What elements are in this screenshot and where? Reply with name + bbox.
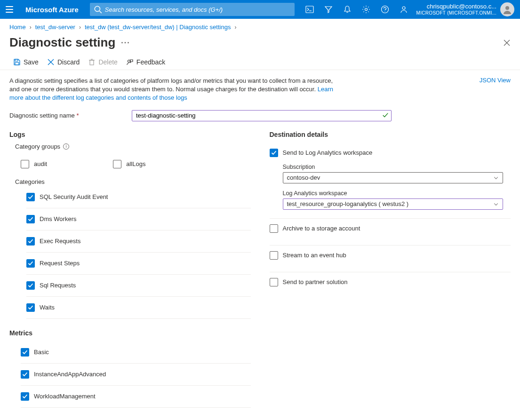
checkbox[interactable] bbox=[21, 160, 29, 168]
menu-toggle[interactable] bbox=[4, 4, 15, 15]
cat-sql-requests[interactable]: Sql Requests bbox=[26, 275, 251, 297]
person-icon bbox=[503, 5, 512, 14]
close-button[interactable] bbox=[503, 39, 511, 47]
info-icon[interactable]: i bbox=[63, 143, 69, 150]
top-bar: Microsoft Azure chrisqpublic@contoso.c..… bbox=[0, 0, 520, 19]
checkbox[interactable] bbox=[270, 278, 278, 286]
cat-dms-workers[interactable]: Dms Workers bbox=[26, 208, 251, 230]
discard-icon bbox=[47, 58, 55, 66]
category-groups-label: Category groups bbox=[15, 143, 60, 150]
cat-exec-requests[interactable]: Exec Requests bbox=[26, 230, 251, 253]
svg-rect-2 bbox=[306, 6, 313, 13]
more-actions[interactable]: ··· bbox=[121, 39, 130, 47]
categories-label: Categories bbox=[9, 178, 251, 185]
subscription-select[interactable]: contoso-dev bbox=[283, 172, 503, 183]
svg-point-6 bbox=[365, 8, 367, 11]
workspace-label: Log Analytics workspace bbox=[283, 190, 511, 197]
search-input[interactable] bbox=[102, 6, 291, 14]
metric-basic[interactable]: Basic bbox=[21, 341, 251, 364]
checkbox[interactable] bbox=[270, 251, 278, 260]
search-icon bbox=[94, 5, 102, 14]
gear-icon[interactable] bbox=[362, 5, 370, 14]
breadcrumb: Home › test_dw-server › test_dw (test_dw… bbox=[0, 19, 520, 32]
dest-storage: Archive to a storage account bbox=[270, 219, 511, 246]
dest-eventhub: Stream to an event hub bbox=[270, 246, 511, 272]
checkbox[interactable] bbox=[113, 160, 121, 168]
save-button[interactable]: Save bbox=[13, 58, 39, 66]
cat-sql-security-audit[interactable]: SQL Security Audit Event bbox=[26, 189, 251, 208]
delete-button: Delete bbox=[88, 58, 117, 66]
checkbox[interactable] bbox=[26, 281, 35, 290]
discard-button[interactable]: Discard bbox=[47, 58, 80, 66]
metric-workload-mgmt[interactable]: WorkloadManagement bbox=[21, 386, 251, 408]
subscription-label: Subscription bbox=[283, 164, 511, 170]
dest-partner: Send to partner solution bbox=[270, 272, 511, 299]
description-row: A diagnostic setting specifies a list of… bbox=[0, 70, 520, 107]
svg-rect-17 bbox=[90, 60, 94, 65]
help-icon[interactable] bbox=[381, 5, 389, 14]
person-feedback-icon bbox=[126, 58, 134, 66]
setting-name-label: Diagnostic setting name * bbox=[9, 112, 122, 119]
logs-heading: Logs bbox=[9, 131, 251, 138]
feedback-button[interactable]: Feedback bbox=[126, 58, 165, 66]
page-title: Diagnostic setting bbox=[9, 35, 115, 50]
account-menu[interactable]: chrisqpublic@contoso.c... MICROSOFT (MIC… bbox=[416, 2, 514, 16]
chevron-down-icon bbox=[493, 175, 499, 181]
dest-partner-row[interactable]: Send to partner solution bbox=[270, 275, 511, 290]
dest-log-analytics-row[interactable]: Send to Log Analytics workspace bbox=[270, 146, 511, 161]
command-bar: Save Discard Delete Feedback bbox=[0, 55, 520, 70]
checkbox[interactable] bbox=[26, 303, 35, 312]
destination-heading: Destination details bbox=[270, 131, 511, 138]
cat-request-steps[interactable]: Request Steps bbox=[26, 253, 251, 275]
brand[interactable]: Microsoft Azure bbox=[25, 6, 79, 14]
dest-log-analytics: Send to Log Analytics workspace Subscrip… bbox=[270, 143, 511, 219]
checkbox[interactable] bbox=[270, 149, 278, 157]
group-audit[interactable]: audit bbox=[21, 157, 47, 172]
trash-icon bbox=[88, 58, 96, 66]
account-dir: MICROSOFT (MICROSOFT.ONMI... bbox=[416, 10, 496, 16]
checkbox[interactable] bbox=[26, 237, 35, 246]
top-icons bbox=[305, 5, 408, 14]
dest-eventhub-row[interactable]: Stream to an event hub bbox=[270, 248, 511, 263]
chevron-right-icon: › bbox=[79, 24, 81, 31]
svg-point-8 bbox=[384, 11, 385, 12]
cat-waits[interactable]: Waits bbox=[26, 297, 251, 319]
global-search[interactable] bbox=[90, 3, 295, 16]
breadcrumb-diagnostic[interactable]: test_dw (test_dw-server/test_dw) | Diagn… bbox=[85, 24, 231, 31]
close-icon bbox=[503, 39, 511, 47]
breadcrumb-home[interactable]: Home bbox=[9, 24, 26, 31]
description-text: A diagnostic setting specifies a list of… bbox=[9, 77, 336, 103]
svg-rect-13 bbox=[15, 59, 18, 61]
checkbox[interactable] bbox=[21, 370, 29, 379]
checkbox[interactable] bbox=[21, 392, 29, 401]
checkbox[interactable] bbox=[26, 215, 35, 223]
chevron-right-icon: › bbox=[234, 24, 236, 31]
setting-name-input[interactable] bbox=[132, 110, 392, 121]
json-view-link[interactable]: JSON View bbox=[480, 77, 511, 103]
svg-rect-14 bbox=[15, 63, 19, 65]
svg-point-7 bbox=[381, 6, 388, 13]
breadcrumb-server[interactable]: test_dw-server bbox=[35, 24, 75, 31]
bell-icon[interactable] bbox=[343, 5, 352, 14]
logs-metrics-column: Logs Category groups i audit allLogs Cat… bbox=[9, 128, 251, 408]
checkbox[interactable] bbox=[270, 224, 278, 233]
feedback-icon[interactable] bbox=[400, 5, 408, 14]
avatar[interactable] bbox=[500, 2, 514, 16]
checkbox[interactable] bbox=[26, 193, 35, 201]
cloud-shell-icon[interactable] bbox=[305, 5, 314, 14]
setting-name-field: Diagnostic setting name * bbox=[0, 107, 520, 128]
checkbox[interactable] bbox=[26, 259, 35, 268]
svg-line-1 bbox=[99, 11, 102, 13]
filter-icon[interactable] bbox=[324, 5, 333, 14]
workspace-select[interactable]: test_resource_group-loganalytics ( westu… bbox=[283, 198, 503, 210]
svg-point-10 bbox=[505, 6, 509, 10]
dest-storage-row[interactable]: Archive to a storage account bbox=[270, 222, 511, 237]
account-email: chrisqpublic@contoso.c... bbox=[416, 3, 496, 10]
group-alllogs[interactable]: allLogs bbox=[113, 157, 145, 172]
svg-point-20 bbox=[128, 60, 130, 63]
svg-marker-4 bbox=[325, 7, 332, 13]
metric-instance-advanced[interactable]: InstanceAndAppAdvanced bbox=[21, 364, 251, 386]
checkbox[interactable] bbox=[21, 348, 29, 357]
title-row: Diagnostic setting ··· bbox=[0, 32, 520, 55]
svg-point-9 bbox=[402, 7, 405, 9]
